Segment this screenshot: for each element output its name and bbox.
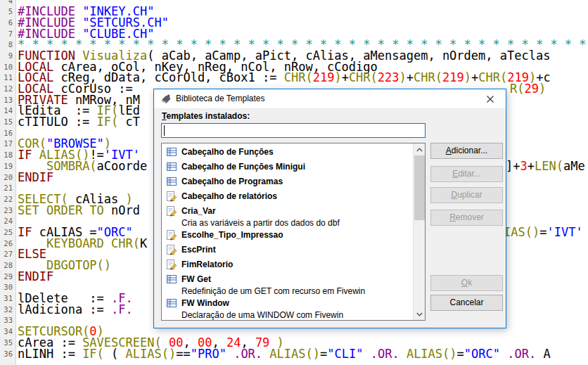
script-template-icon: [166, 191, 177, 202]
code-token: ): [464, 70, 471, 84]
line-number: 11: [0, 72, 15, 84]
code-token: KEYBOARD CHR(: [46, 236, 140, 250]
list-item-label: Cabeçalho de relatórios: [181, 189, 277, 204]
line-number: 9: [0, 51, 15, 62]
line-number: 32: [0, 305, 15, 316]
code-token: ]+: [506, 159, 520, 173]
code-token: ALIAS(): [269, 347, 320, 361]
line-number: 21: [0, 183, 15, 194]
code-token: [400, 347, 407, 361]
list-item-description: Redefinição de um GET com recurso em Fiv…: [181, 287, 413, 296]
dialog-titlebar[interactable]: Biblioteca de Templates: [154, 89, 506, 108]
list-item[interactable]: FW Get: [162, 272, 413, 287]
code-token: SOMBRA(: [46, 159, 97, 173]
list-item[interactable]: Cabeçalho de Programas: [162, 174, 413, 189]
code-line: nLINH := IF( ( ALIAS()=="PRO" .OR. ALIAS…: [16, 349, 588, 360]
line-number: 24: [0, 216, 15, 227]
code-token: =: [320, 347, 327, 361]
form-template-icon: [166, 146, 177, 158]
templates-list[interactable]: Cabeçalho de Funções Cabeçalho de Funçõe…: [161, 143, 426, 321]
code-token: =: [457, 347, 464, 361]
code-fragment: IAS()='IVT': [504, 227, 583, 238]
templates-installed-label: Templates instalados:: [162, 111, 250, 121]
code-token: ENDIF: [18, 170, 53, 184]
code-token: 219: [442, 70, 464, 84]
line-number: 35: [0, 338, 15, 349]
list-item[interactable]: Cabeçalho de relatórios: [162, 189, 413, 204]
line-number-gutter: 4567891011121314151617181920212223242526…: [0, 0, 16, 365]
templates-dialog-icon: [160, 93, 172, 104]
cancel-button[interactable]: Cancelar: [430, 295, 503, 311]
scroll-down-icon[interactable]: [414, 308, 426, 320]
line-number: 25: [0, 227, 15, 238]
scroll-up-icon[interactable]: [414, 143, 426, 155]
code-token: [363, 347, 370, 361]
form-template-icon: [166, 176, 177, 187]
template-filter-input[interactable]: [161, 123, 426, 138]
list-item[interactable]: EscPrint: [162, 243, 413, 257]
line-number: 18: [0, 150, 15, 161]
list-item-label: Cria_Var: [181, 204, 216, 219]
code-token: ENDIF: [18, 269, 53, 283]
list-item[interactable]: Cabeçalho de Funções Minigui: [162, 160, 413, 174]
line-number: 7: [0, 29, 15, 40]
line-number: 23: [0, 205, 15, 217]
script-template-icon: [166, 259, 177, 270]
line-number: 5: [0, 6, 15, 18]
code-token: CHR(: [349, 70, 378, 84]
list-item[interactable]: Cria_Var: [162, 204, 413, 219]
code-token: ALIAS(): [407, 347, 457, 361]
list-item-label: Escolhe_Tipo_Impressao: [181, 228, 283, 243]
code-token: DBGOTOP(): [46, 258, 111, 272]
list-item-label: Cabeçalho de Funções Minigui: [181, 160, 305, 174]
list-item-description: Declaração de uma WINDOW com Fivewin: [181, 311, 413, 320]
list-scrollbar[interactable]: [413, 143, 425, 320]
code-token: nOrd: [111, 203, 140, 217]
code-token: .OR.: [371, 347, 400, 361]
code-token: R(: [510, 82, 524, 96]
code-token: CHR(: [414, 70, 442, 84]
list-item-label: FW Get: [181, 272, 211, 287]
list-item[interactable]: FW Window: [162, 296, 413, 311]
code-token: [262, 347, 269, 361]
code-token: aMe: [563, 159, 585, 173]
add-button[interactable]: Adicionar...: [430, 143, 503, 159]
script-template-icon: [166, 205, 177, 217]
line-number: 17: [0, 139, 15, 150]
script-template-icon: [166, 244, 177, 255]
line-number: 33: [0, 315, 15, 326]
text-caret: [164, 125, 165, 136]
code-token: ): [334, 70, 341, 84]
list-item[interactable]: Cabeçalho de Funções: [162, 145, 413, 160]
code-token: ==: [176, 347, 190, 361]
code-token: CHR(: [284, 70, 313, 84]
line-number: 16: [0, 128, 15, 139]
list-item[interactable]: Escolhe_Tipo_Impressao: [162, 228, 413, 243]
dialog-title: Biblioteca de Templates: [176, 89, 265, 108]
line-number: 29: [0, 271, 15, 283]
ok-button: Ok: [430, 275, 503, 291]
edit-button: Editar...: [430, 166, 503, 182]
code-token: =: [539, 225, 547, 239]
code-token: IAS(): [504, 225, 539, 239]
line-number: 31: [0, 293, 15, 305]
close-icon[interactable]: [474, 89, 506, 108]
form-template-icon: [166, 297, 177, 309]
line-number: 28: [0, 260, 15, 271]
scrollbar-thumb[interactable]: [414, 155, 425, 220]
line-number: 6: [0, 18, 15, 29]
code-token: 'IVT': [547, 225, 582, 239]
list-item-label: FimRelatorio: [181, 257, 233, 272]
line-number: 14: [0, 105, 15, 117]
code-token: "ORC": [464, 347, 500, 361]
line-number: 12: [0, 84, 15, 95]
line-number: 22: [0, 194, 15, 205]
line-number: 36: [0, 349, 15, 360]
code-token: (: [104, 347, 126, 361]
form-template-icon: [166, 161, 177, 172]
code-token: .OR.: [234, 347, 262, 361]
list-item[interactable]: FimRelatorio: [162, 257, 413, 272]
form-template-icon: [166, 274, 177, 285]
code-token: SET ORDER TO: [18, 203, 111, 217]
code-token: .F.: [111, 302, 133, 316]
